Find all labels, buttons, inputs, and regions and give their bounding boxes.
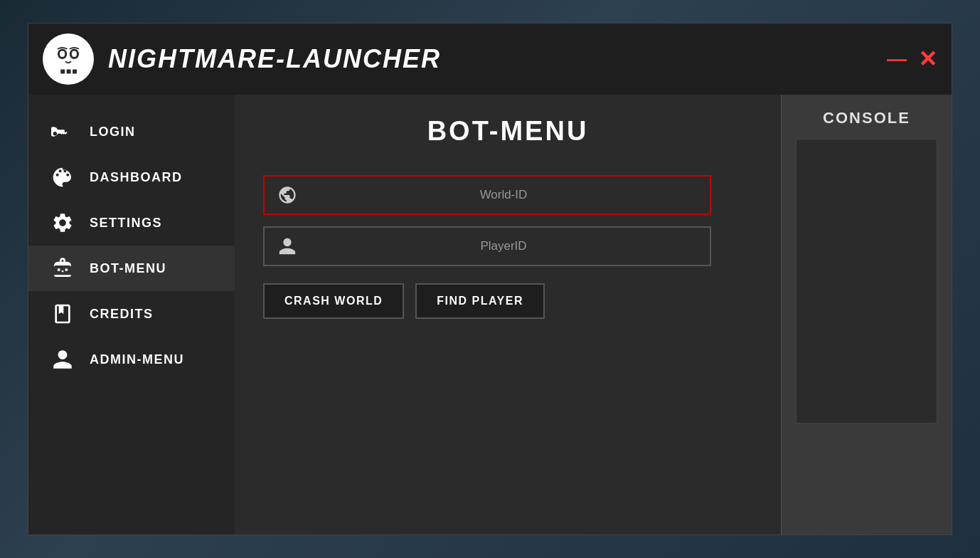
world-id-input[interactable] xyxy=(309,188,698,202)
sidebar-item-settings[interactable]: SETTINGS xyxy=(28,200,235,246)
globe-icon xyxy=(276,184,299,206)
bot-menu-form: CRASH WORLD FIND PLAYER xyxy=(263,175,711,319)
crash-world-button[interactable]: CRASH WORLD xyxy=(263,283,404,319)
svg-rect-3 xyxy=(67,69,71,73)
app-logo xyxy=(43,33,94,85)
sidebar-label-admin-menu: ADMIN-MENU xyxy=(90,352,184,367)
svg-rect-2 xyxy=(60,69,65,73)
sidebar-item-admin-menu[interactable]: ADMIN-MENU xyxy=(28,337,235,382)
sidebar: LOGIN DASHBOARD SETTINGS xyxy=(28,95,235,535)
main-content: LOGIN DASHBOARD SETTINGS xyxy=(28,95,952,535)
svg-rect-4 xyxy=(73,69,77,73)
console-panel: CONSOLE xyxy=(781,95,952,535)
player-id-input-row xyxy=(263,226,711,266)
book-icon xyxy=(50,301,75,327)
sidebar-label-bot-menu: BOT-MENU xyxy=(90,261,166,276)
window-controls: — ✕ xyxy=(887,48,937,70)
find-player-button[interactable]: FIND PLAYER xyxy=(415,283,545,319)
sidebar-item-login[interactable]: LOGIN xyxy=(28,109,235,154)
title-bar: NIGHTMARE-LAUNCHER — ✕ xyxy=(28,23,952,95)
close-button[interactable]: ✕ xyxy=(918,48,937,70)
console-output xyxy=(796,139,937,423)
sidebar-label-settings: SETTINGS xyxy=(90,216,162,231)
gear-icon xyxy=(50,210,75,236)
app-title: NIGHTMARE-LAUNCHER xyxy=(108,44,441,74)
sidebar-item-dashboard[interactable]: DASHBOARD xyxy=(28,154,235,200)
console-title: CONSOLE xyxy=(796,109,937,127)
person-icon xyxy=(276,235,299,258)
bot-icon xyxy=(50,256,75,281)
svg-point-8 xyxy=(72,51,77,57)
sidebar-item-bot-menu[interactable]: BOT-MENU xyxy=(28,246,235,291)
action-buttons: CRASH WORLD FIND PLAYER xyxy=(263,283,711,319)
page-title: BOT-MENU xyxy=(263,116,752,147)
player-id-input[interactable] xyxy=(309,239,698,253)
minimize-button[interactable]: — xyxy=(887,49,907,69)
palette-icon xyxy=(50,164,75,190)
content-area: BOT-MENU xyxy=(235,95,781,535)
key-icon xyxy=(50,119,75,144)
sidebar-label-dashboard: DASHBOARD xyxy=(90,170,183,185)
svg-point-0 xyxy=(53,41,83,70)
world-id-input-row xyxy=(263,175,711,215)
sidebar-label-credits: CREDITS xyxy=(90,307,154,322)
svg-point-7 xyxy=(60,51,65,57)
app-window: NIGHTMARE-LAUNCHER — ✕ LOGIN xyxy=(28,23,952,535)
sidebar-label-login: LOGIN xyxy=(90,125,136,140)
right-panel: BOT-MENU xyxy=(235,95,952,535)
user-icon xyxy=(50,347,75,372)
skull-icon xyxy=(47,38,90,80)
sidebar-item-credits[interactable]: CREDITS xyxy=(28,291,235,337)
